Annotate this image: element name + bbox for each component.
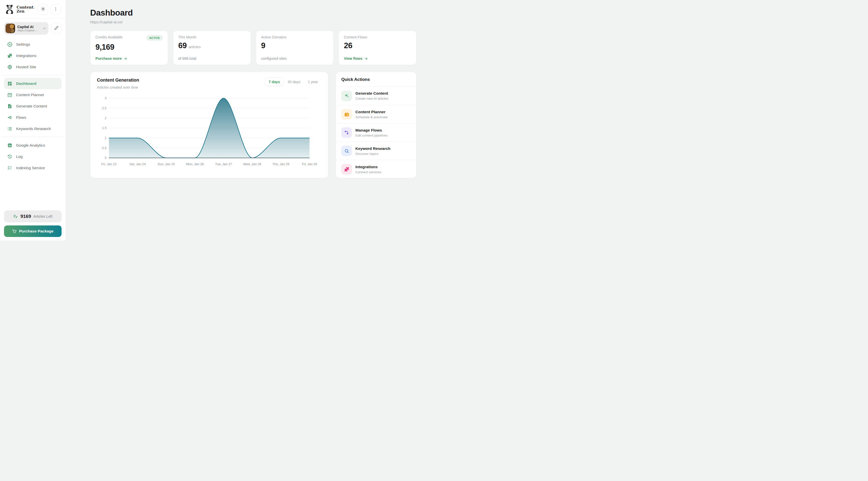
stat-card-footer: View flows	[344, 57, 411, 61]
arrow-right-icon	[124, 57, 127, 61]
workspace-selector[interactable]: Capital AI https://capital-...	[4, 22, 49, 35]
articles-left-pill: 9169 Articles Left	[4, 211, 62, 222]
quick-action-subtitle: Connect services	[355, 170, 381, 174]
y-axis-label: 1	[105, 136, 106, 140]
brand-name: Content. Zen	[17, 5, 35, 13]
sidebar-divider	[2, 75, 64, 75]
quick-action-keyword-research[interactable]: Keyword ResearchDiscover topics	[336, 141, 416, 160]
sidebar-item-log[interactable]: Log	[4, 151, 62, 162]
article-edit-icon	[13, 214, 18, 219]
quick-action-text: IntegrationsConnect services	[355, 165, 381, 174]
quick-actions-card: Quick Actions Generate ContentCreate new…	[336, 72, 416, 178]
theme-toggle-button[interactable]	[38, 4, 48, 14]
range-tab-1-year[interactable]: 1 year	[304, 77, 321, 86]
quick-action-manage-flows[interactable]: Manage FlowsEdit content pipelines	[336, 123, 416, 141]
sidebar-item-indexing-service[interactable]: Indexing Service	[4, 162, 62, 173]
panels-row: Content Generation Articles created over…	[90, 72, 416, 178]
workspace-edit-button[interactable]	[51, 23, 62, 34]
stat-card-value-row: 26	[344, 41, 411, 50]
sidebar: Content. Zen Capital AI https://capital-…	[0, 0, 66, 241]
sidebar-item-keywords-research[interactable]: Keywords Research	[4, 123, 62, 134]
sidebar-item-label: Content Planner	[16, 93, 44, 97]
x-axis-label: Sun, Jan 25	[158, 162, 175, 166]
quick-action-content-planner[interactable]: Content PlannerSchedule & automate	[336, 105, 416, 123]
chart-range-tabs: 7 days30 days1 year	[265, 77, 321, 86]
sidebar-item-label: Dashboard	[16, 81, 36, 86]
stat-card-label: This Month	[178, 35, 196, 39]
quick-action-subtitle: Discover topics	[355, 152, 391, 156]
sun-icon	[41, 6, 45, 12]
search-icon	[341, 146, 352, 156]
sidebar-header: Content. Zen	[4, 0, 62, 18]
y-axis-label: 3	[105, 96, 106, 100]
view-flows-link[interactable]: View flows	[344, 57, 368, 61]
gear-icon	[7, 42, 12, 47]
chevron-down-icon	[42, 26, 46, 30]
purchase-more-link[interactable]: Purchase more	[95, 57, 127, 61]
sidebar-footer: 9169 Articles Left Purchase Package	[4, 211, 62, 237]
stat-card-value: 9,169	[95, 43, 114, 52]
sidebar-item-label: Google Analytics	[16, 143, 45, 148]
quick-action-subtitle: Create new AI articles	[355, 97, 388, 100]
kebab-vertical-icon	[54, 7, 58, 12]
stat-card-value-row: 9,169	[95, 43, 163, 52]
y-axis-label: 1.5	[102, 126, 106, 130]
y-axis-label: 0	[105, 156, 106, 160]
sidebar-item-integrations[interactable]: Integrations	[4, 50, 62, 61]
sidebar-item-hosted-site[interactable]: Hosted Site	[4, 61, 62, 72]
articles-left-label: Articles Left	[33, 214, 53, 218]
puzzle-icon	[7, 53, 12, 58]
workspace-avatar	[5, 24, 15, 33]
purchase-package-button[interactable]: Purchase Package	[4, 225, 62, 237]
quick-action-title: Manage Flows	[355, 128, 388, 133]
workspace-meta: Capital AI https://capital-...	[17, 25, 40, 32]
more-menu-button[interactable]	[51, 4, 61, 14]
x-axis-label: Thu, Jan 29	[272, 162, 289, 166]
checklist-icon	[7, 165, 12, 170]
flow-split-icon	[7, 115, 12, 120]
analytics-icon	[7, 143, 12, 148]
x-axis-label: Fri, Jan 23	[101, 162, 117, 166]
chart-header: Content Generation Articles created over…	[97, 77, 321, 89]
sidebar-item-google-analytics[interactable]: Google Analytics	[4, 139, 62, 151]
stat-card-footer: Purchase more	[95, 57, 163, 61]
stat-card-value: 9	[261, 41, 266, 50]
sidebar-item-dashboard[interactable]: Dashboard	[4, 78, 62, 89]
sidebar-item-flows[interactable]: Flows	[4, 112, 62, 123]
quick-action-integrations[interactable]: IntegrationsConnect services	[336, 160, 416, 178]
stat-card-footer: configured sites	[261, 57, 329, 61]
y-axis-label: 0.5	[102, 146, 106, 150]
quick-action-title: Integrations	[355, 165, 381, 169]
main-content: Dashboard https://capital-ai.co/ Credits…	[66, 0, 434, 241]
brand-accent-dot: .	[33, 5, 35, 9]
stat-card-value: 69	[178, 41, 187, 50]
quick-action-text: Generate ContentCreate new AI articles	[355, 91, 388, 100]
site-url: https://capital-ai.co/	[90, 20, 416, 24]
stat-card-label: Credits Available	[95, 35, 123, 39]
sidebar-item-label: Keywords Research	[16, 127, 51, 131]
app-root: Content. Zen Capital AI https://capital-…	[0, 0, 434, 241]
quick-action-text: Keyword ResearchDiscover topics	[355, 147, 391, 156]
workflow-icon	[341, 127, 352, 138]
range-tab-7-days[interactable]: 7 days	[265, 77, 284, 86]
sidebar-item-content-planner[interactable]: Content Planner	[4, 89, 62, 100]
brand-logo: Content. Zen	[4, 4, 35, 14]
chart-titles: Content Generation Articles created over…	[97, 77, 139, 89]
sidebar-item-label: Hosted Site	[16, 65, 36, 69]
quick-action-subtitle: Schedule & automate	[355, 115, 388, 119]
sidebar-item-settings[interactable]: Settings	[4, 39, 62, 50]
range-tab-30-days[interactable]: 30 days	[284, 77, 304, 86]
quick-action-generate-content[interactable]: Generate ContentCreate new AI articles	[336, 87, 416, 105]
quick-actions-title: Quick Actions	[336, 72, 416, 87]
calendar-icon	[7, 92, 12, 97]
page-title: Dashboard	[90, 8, 416, 18]
x-axis-label: Tue, Jan 27	[215, 162, 232, 166]
content-generation-chart: 00.511.522.53 Fri, Jan 23Sat, Jan 24Sun,…	[97, 94, 321, 170]
stat-card-label: Content Flows	[344, 35, 367, 39]
articles-left-count: 9169	[20, 214, 31, 219]
sidebar-item-generate-content[interactable]: Generate Content	[4, 100, 62, 112]
quick-action-subtitle: Edit content pipelines	[355, 134, 388, 137]
purchase-package-label: Purchase Package	[19, 229, 54, 233]
stat-card-footer: of 986 total	[178, 57, 246, 61]
sidebar-item-label: Indexing Service	[16, 166, 45, 170]
